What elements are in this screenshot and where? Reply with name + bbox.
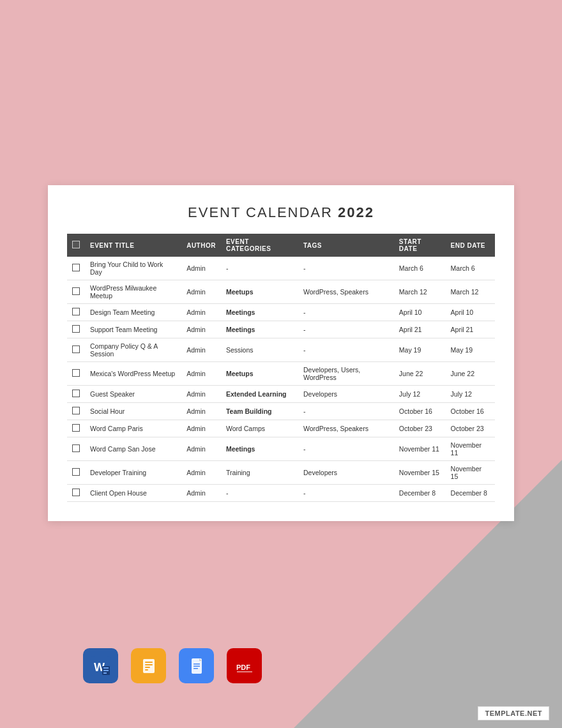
- checkbox-icon[interactable]: [72, 468, 80, 476]
- checkbox-icon[interactable]: [72, 444, 80, 452]
- end-date-cell: June 22: [446, 362, 495, 386]
- start-date-cell: May 19: [394, 338, 446, 362]
- checkbox-icon[interactable]: [72, 325, 80, 333]
- category-cell: Meetups: [221, 280, 298, 304]
- category-cell: -: [221, 257, 298, 280]
- row-checkbox-cell[interactable]: [67, 461, 85, 485]
- category-cell: Sessions: [221, 338, 298, 362]
- end-date-cell: November 11: [446, 437, 495, 461]
- svg-text:PDF: PDF: [236, 664, 250, 671]
- row-checkbox-cell[interactable]: [67, 485, 85, 502]
- header-author: AUTHOR: [181, 234, 221, 257]
- tags-cell: -: [298, 321, 394, 338]
- end-date-cell: April 21: [446, 321, 495, 338]
- row-checkbox-cell[interactable]: [67, 437, 85, 461]
- row-checkbox-cell[interactable]: [67, 403, 85, 420]
- author-cell: Admin: [181, 257, 221, 280]
- start-date-cell: October 23: [394, 420, 446, 437]
- tags-cell: Developers: [298, 461, 394, 485]
- word-icon[interactable]: W: [83, 648, 118, 683]
- row-checkbox-cell[interactable]: [67, 386, 85, 403]
- svg-rect-19: [237, 671, 252, 672]
- page-title: EVENT CALENDAR 2022: [67, 204, 495, 221]
- tags-cell: -: [298, 403, 394, 420]
- table-row: Guest SpeakerAdminExtended LearningDevel…: [67, 386, 495, 403]
- category-cell: Training: [221, 461, 298, 485]
- table-header-row: EVENT TITLE AUTHOR EVENT CATEGORIES TAGS…: [67, 234, 495, 257]
- svg-rect-3: [103, 667, 109, 669]
- category-cell: Team Building: [221, 403, 298, 420]
- tags-cell: -: [298, 338, 394, 362]
- author-cell: Admin: [181, 304, 221, 321]
- start-date-cell: July 12: [394, 386, 446, 403]
- row-checkbox-cell[interactable]: [67, 304, 85, 321]
- event-title-cell: Support Team Meeting: [85, 321, 181, 338]
- event-title-cell: Bring Your Child to Work Day: [85, 257, 181, 280]
- header-checkbox-cell: [67, 234, 85, 257]
- checkbox-icon[interactable]: [72, 424, 80, 432]
- author-cell: Admin: [181, 321, 221, 338]
- table-row: Developer TrainingAdminTrainingDeveloper…: [67, 461, 495, 485]
- checkbox-icon[interactable]: [72, 369, 80, 377]
- svg-rect-16: [194, 668, 198, 669]
- header-end-date: END DATE: [446, 234, 495, 257]
- checkbox-icon[interactable]: [72, 345, 80, 353]
- checkbox-icon[interactable]: [72, 489, 80, 496]
- start-date-cell: March 12: [394, 280, 446, 304]
- header-checkbox-icon: [72, 241, 80, 248]
- tags-cell: Developers: [298, 386, 394, 403]
- author-cell: Admin: [181, 420, 221, 437]
- event-title-cell: Company Policy Q & A Session: [85, 338, 181, 362]
- pdf-icon[interactable]: PDF: [227, 648, 262, 683]
- tags-cell: Developers, Users, WordPress: [298, 362, 394, 386]
- table-row: Word Camp San JoseAdminMeetings-November…: [67, 437, 495, 461]
- app-icons-container: W PDF: [83, 648, 262, 683]
- category-cell: -: [221, 485, 298, 502]
- svg-rect-7: [143, 659, 155, 673]
- table-row: Client Open HouseAdmin--December 8Decemb…: [67, 485, 495, 502]
- author-cell: Admin: [181, 386, 221, 403]
- event-title-cell: Design Team Meeting: [85, 304, 181, 321]
- row-checkbox-cell[interactable]: [67, 338, 85, 362]
- checkbox-icon[interactable]: [72, 390, 80, 397]
- row-checkbox-cell[interactable]: [67, 420, 85, 437]
- start-date-cell: December 8: [394, 485, 446, 502]
- checkbox-icon[interactable]: [72, 287, 80, 295]
- row-checkbox-cell[interactable]: [67, 362, 85, 386]
- event-title-cell: Guest Speaker: [85, 386, 181, 403]
- google-docs-icon[interactable]: [179, 648, 214, 683]
- table-row: Support Team MeetingAdminMeetings-April …: [67, 321, 495, 338]
- checkbox-icon[interactable]: [72, 407, 80, 414]
- end-date-cell: October 23: [446, 420, 495, 437]
- author-cell: Admin: [181, 403, 221, 420]
- template-badge: TEMPLATE.NET: [478, 706, 549, 720]
- end-date-cell: July 12: [446, 386, 495, 403]
- table-row: Word Camp ParisAdminWord CampsWordPress,…: [67, 420, 495, 437]
- pages-icon[interactable]: [131, 648, 166, 683]
- event-title-cell: WordPress Milwaukee Meetup: [85, 280, 181, 304]
- end-date-cell: May 19: [446, 338, 495, 362]
- start-date-cell: March 6: [394, 257, 446, 280]
- svg-rect-9: [145, 664, 153, 665]
- row-checkbox-cell[interactable]: [67, 257, 85, 280]
- category-cell: Extended Learning: [221, 386, 298, 403]
- row-checkbox-cell[interactable]: [67, 321, 85, 338]
- header-tags: TAGS: [298, 234, 394, 257]
- author-cell: Admin: [181, 437, 221, 461]
- start-date-cell: June 22: [394, 362, 446, 386]
- author-cell: Admin: [181, 485, 221, 502]
- svg-rect-5: [103, 672, 107, 674]
- tags-cell: -: [298, 485, 394, 502]
- checkbox-icon[interactable]: [72, 308, 80, 315]
- category-cell: Word Camps: [221, 420, 298, 437]
- event-title-cell: Social Hour: [85, 403, 181, 420]
- checkbox-icon[interactable]: [72, 264, 80, 271]
- author-cell: Admin: [181, 362, 221, 386]
- tags-cell: -: [298, 257, 394, 280]
- table-row: Bring Your Child to Work DayAdmin--March…: [67, 257, 495, 280]
- end-date-cell: October 16: [446, 403, 495, 420]
- table-row: WordPress Milwaukee MeetupAdminMeetupsWo…: [67, 280, 495, 304]
- row-checkbox-cell[interactable]: [67, 280, 85, 304]
- header-start-date: START DATE: [394, 234, 446, 257]
- author-cell: Admin: [181, 338, 221, 362]
